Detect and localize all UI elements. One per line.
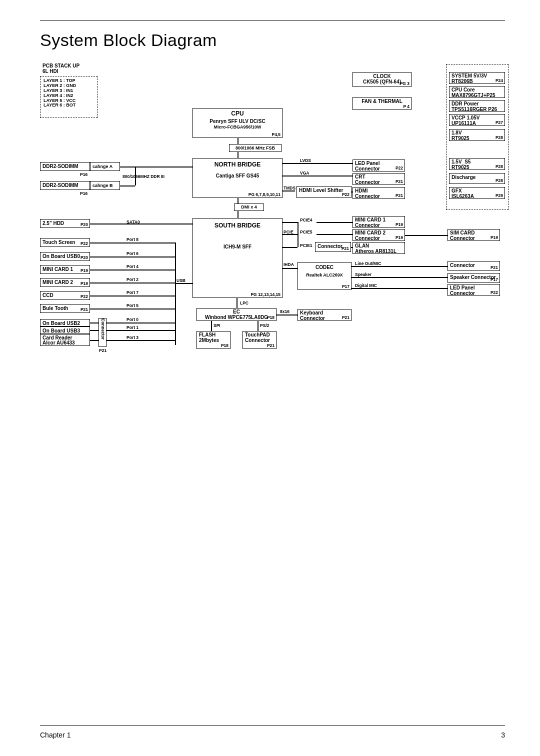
ec-box: EC Winbond WPCE775LA0DGP18	[196, 308, 276, 321]
port6-label: Port 6	[126, 251, 138, 256]
lineout-label: Line Out/MIC	[355, 261, 381, 266]
port3-label: Port 3	[126, 335, 138, 340]
usb-conn-pg: P21	[99, 348, 106, 353]
power-1v5s5: 1.5V_S5 RT9025P28	[449, 158, 505, 170]
sim-conn: SIM CARD ConnectorP19	[448, 229, 500, 241]
pcie1-label: PCIE1	[300, 243, 312, 248]
flash-box: FLASH 2MbytesP18	[196, 331, 230, 349]
ccd-box: CCDP22	[40, 291, 90, 300]
south-bridge: SOUTH BRIDGE ICH9-M SFF PG 12,13,14,15	[192, 218, 282, 298]
power-1v8: 1.8V RT9025P28	[449, 129, 505, 141]
tmds-label: TMDS	[284, 186, 296, 190]
ddr-a-pg: P16	[80, 172, 88, 177]
usb2-box: On Board USB2	[40, 319, 90, 326]
minicard1-conn: MINI CARD 1 ConnectorP19	[352, 216, 405, 228]
clock-box: CLOCK CK505 (QFN-64)PG 3	[352, 72, 412, 87]
dmi-label: DMI x 4	[234, 204, 264, 211]
usb0-box: On Board USB0P20	[40, 252, 90, 261]
pcie5-label: PCIE5	[300, 230, 312, 234]
ihda-label: IHDA	[284, 262, 294, 267]
fsb-label: 800/1066 MHz FSB	[229, 144, 282, 152]
ddr2-channel-b: cahnge B	[90, 181, 120, 190]
usb3-box: On Board USB3	[40, 326, 90, 334]
port4-label: Port 4	[126, 264, 138, 269]
digital-mic-label: Digital MIC	[355, 283, 377, 288]
power-system: SYSTEM 5V/3V RT8206BP24	[449, 72, 505, 84]
ddr-b-pg: P16	[80, 191, 88, 196]
pcie4-label: PCIE4	[300, 218, 312, 222]
glan-box: GLAN Atheros AR8131L	[352, 242, 405, 254]
led-panel-conn-2: LED Panel ConnectorP22	[448, 284, 500, 296]
page-title: System Block Diagram	[40, 30, 505, 50]
spi-label: SPI	[214, 323, 220, 328]
port7-label: Port 7	[126, 290, 138, 295]
bus816-label: 8x16	[280, 309, 290, 314]
usb-bus-label: USB	[176, 278, 186, 283]
power-vccp: VCCP 1.05V UP16111AP27	[449, 114, 505, 126]
speaker-conn: Speaker ConnectorP17	[448, 273, 500, 283]
codec-box: CODEC Realtek ALC269X P17	[298, 262, 352, 290]
vga-label: VGA	[300, 170, 309, 176]
ps2-label: PS/2	[260, 323, 269, 328]
power-cpu-core: CPU Core MAX8796GTJ+P25	[449, 86, 505, 98]
north-bridge: NORTH BRIDGE Cantiga SFF GS45 PG 6,7,8,9…	[192, 158, 282, 198]
lineout-conn: ConnectorP21	[448, 261, 500, 271]
pcb-stack: LAYER 1 : TOP LAYER 2 : GND LAYER 3 : IN…	[40, 76, 98, 118]
crt-conn: CRT ConnectorP21	[352, 173, 405, 185]
footer-page: 3	[501, 731, 505, 739]
ddr2-channel-a: cahnge A	[90, 162, 120, 171]
minicard2-box: MINI CARD 2P19	[40, 278, 90, 287]
lpc-label: LPC	[240, 300, 248, 306]
bluetooth-box: Bule ToothP21	[40, 304, 90, 313]
footer-chapter: Chapter 1	[40, 731, 70, 739]
led-panel-conn: LED Panel ConnectorP22	[352, 160, 405, 172]
hdmi-level-shifter: HDMI Level ShifterP22	[296, 186, 352, 198]
ddr-bus-label: 800/1066MHZ DDR III	[122, 174, 164, 179]
pcb-header: PCB STACK UP 6L HDI	[42, 63, 80, 74]
ddr2-sodimm-b: DDR2-SODIMM	[40, 181, 90, 190]
fan-thermal-box: FAN & THERMALP 4	[352, 97, 412, 110]
power-ddr: DDR Power TPS5116RGER P26	[449, 100, 505, 112]
port5-label: Port 5	[126, 303, 138, 308]
touchscreen-box: Touch ScreenP22	[40, 238, 90, 247]
power-discharge: DischargeP28	[449, 173, 505, 184]
pcie1-conn: ConnectorP21	[315, 242, 351, 252]
hdd-box: 2.5" HDDP20	[40, 219, 90, 228]
ddr2-sodimm-a: DDR2-SODIMM	[40, 162, 90, 171]
usb-connector-box: Connector	[98, 318, 106, 347]
cpu-block: CPU Penryn SFF ULV DC/SC Micro-FCBGA956/…	[192, 108, 282, 138]
cardreader-box: Card Reader Alcor AU6433	[40, 334, 90, 346]
port2-label: Port 2	[126, 277, 138, 282]
port0-label: Port 0	[126, 317, 138, 322]
touchpad-conn: TouchPAD ConnectorP21	[242, 331, 276, 349]
speaker-label: Speaker	[355, 272, 372, 277]
diagram-canvas: PCB STACK UP 6L HDI LAYER 1 : TOP LAYER …	[40, 63, 520, 383]
minicard1-box: MINI CARD 1P19	[40, 265, 90, 274]
minicard2-conn: MINI CARD 2 ConnectorP19	[352, 229, 405, 241]
lvds-label: LVDS	[300, 158, 311, 163]
pcie-bus-label: PCIE	[284, 230, 294, 234]
keyboard-conn: Keyboard ConnectorP21	[298, 309, 352, 321]
port8-label: Port 8	[126, 237, 138, 242]
power-gfx: GFX ISL6263AP29	[449, 187, 505, 199]
port1-label: Port 1	[126, 325, 138, 330]
hdmi-conn: HDMI ConnectorP21	[352, 187, 405, 199]
